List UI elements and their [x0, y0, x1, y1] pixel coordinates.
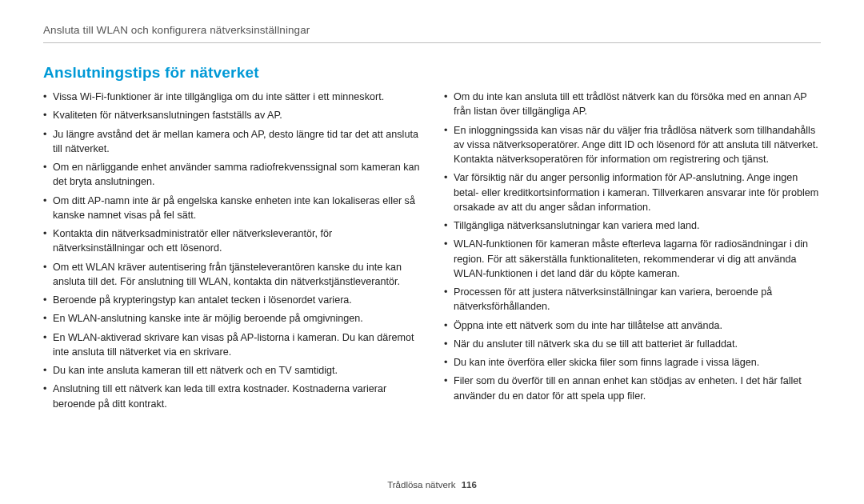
list-item: Om du inte kan ansluta till ett trådlöst…: [444, 90, 821, 119]
list-item: En WLAN-anslutning kanske inte är möjlig…: [43, 311, 420, 326]
list-item: WLAN-funktionen för kameran måste efterl…: [444, 237, 821, 281]
list-item: Var försiktig när du anger personlig inf…: [444, 170, 821, 214]
tips-list-left: Vissa Wi-Fi-funktioner är inte tillgängl…: [43, 90, 420, 411]
list-item: En inloggningssida kan visas när du välj…: [444, 123, 821, 167]
tips-list-right: Om du inte kan ansluta till ett trådlöst…: [444, 90, 821, 403]
list-item: Processen för att justera nätverksinstäl…: [444, 285, 821, 314]
list-item: Tillgängliga nätverksanslutningar kan va…: [444, 218, 821, 233]
list-item: Om ett WLAN kräver autentisering från tj…: [43, 260, 420, 290]
list-item: Om ditt AP-namn inte är på engelska kans…: [43, 194, 420, 223]
content-columns: Vissa Wi-Fi-funktioner är inte tillgängl…: [43, 90, 821, 415]
page-number: 116: [462, 480, 477, 490]
list-item: Kontakta din nätverksadministratör eller…: [43, 226, 420, 256]
list-item: Beroende på krypteringstyp kan antalet t…: [43, 293, 420, 307]
list-item: Anslutning till ett nätverk kan leda til…: [43, 382, 420, 411]
section-title: Anslutningstips för nätverket: [43, 64, 821, 82]
list-item: Du kan inte ansluta kameran till ett nät…: [43, 363, 420, 378]
list-item: Vissa Wi-Fi-funktioner är inte tillgängl…: [43, 90, 420, 104]
left-column: Vissa Wi-Fi-funktioner är inte tillgängl…: [43, 90, 420, 415]
list-item: Kvaliteten för nätverksanslutningen fast…: [43, 108, 420, 122]
list-item: Filer som du överför till en annan enhet…: [444, 374, 821, 403]
list-item: En WLAN-aktiverad skrivare kan visas på …: [43, 330, 420, 360]
right-column: Om du inte kan ansluta till ett trådlöst…: [444, 90, 821, 415]
list-item: Öppna inte ett nätverk som du inte har t…: [444, 318, 821, 333]
breadcrumb: Ansluta till WLAN och konfigurera nätver…: [43, 24, 821, 43]
list-item: Du kan inte överföra eller skicka filer …: [444, 355, 821, 370]
footer-section-label: Trådlösa nätverk: [387, 480, 455, 490]
page-footer: Trådlösa nätverk 116: [0, 480, 864, 490]
list-item: Om en närliggande enhet använder samma r…: [43, 160, 420, 190]
list-item: Ju längre avstånd det är mellan kamera o…: [43, 127, 420, 157]
document-page: Ansluta till WLAN och konfigurera nätver…: [0, 0, 864, 504]
list-item: När du ansluter till nätverk ska du se t…: [444, 337, 821, 351]
